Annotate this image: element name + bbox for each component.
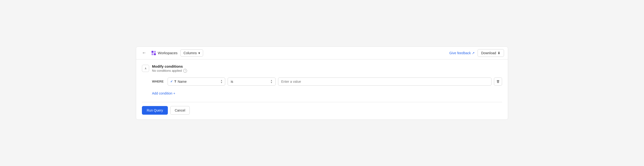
divider: [142, 102, 502, 102]
download-icon: ⬇: [498, 51, 500, 55]
add-condition-button[interactable]: Add condition +: [152, 90, 175, 96]
operator-select[interactable]: is ▲ ▼: [228, 77, 276, 86]
collapse-button[interactable]: ∧: [142, 65, 149, 72]
field-updown-arrows-icon: ▲ ▼: [220, 79, 222, 84]
trash-icon: [496, 80, 500, 83]
main-container: ← Workspaces Columns ▾ Give feedback: [136, 46, 508, 120]
give-feedback-link[interactable]: Give feedback ↗: [449, 51, 475, 55]
workspace-icon-group: Workspaces: [151, 50, 178, 56]
svg-rect-0: [152, 51, 154, 53]
section-title: Modify conditions: [152, 64, 187, 68]
give-feedback-label: Give feedback: [449, 51, 471, 55]
field-type-icon: T: [174, 80, 176, 83]
add-condition-label: Add condition: [152, 91, 172, 95]
field-select[interactable]: ✓ T Name ▲ ▼: [168, 77, 225, 86]
content-area: ∧ Modify conditions No conditions applie…: [136, 59, 508, 102]
where-label: WHERE: [152, 80, 165, 83]
svg-rect-3: [154, 53, 156, 55]
external-link-icon: ↗: [472, 51, 475, 55]
svg-rect-1: [154, 51, 156, 53]
back-icon: ←: [142, 50, 146, 55]
download-button[interactable]: Download ⬇: [478, 49, 504, 57]
columns-button[interactable]: Columns ▾: [180, 49, 203, 57]
condition-row: WHERE ✓ T Name ▲ ▼ is ▲ ▼: [152, 77, 502, 86]
delete-condition-button[interactable]: [494, 77, 502, 86]
section-subtitle: No conditions applied i: [152, 69, 187, 73]
back-button[interactable]: ←: [140, 49, 148, 56]
run-query-label: Run Query: [147, 108, 163, 112]
no-conditions-label: No conditions applied: [152, 69, 182, 72]
field-check-icon: ✓: [170, 80, 173, 83]
operator-label: is: [231, 80, 268, 83]
info-icon[interactable]: i: [183, 69, 187, 73]
field-name-label: Name: [178, 80, 186, 83]
field-select-inner: ✓ T Name: [170, 80, 218, 83]
svg-rect-2: [152, 53, 154, 55]
add-condition-row: Add condition +: [152, 90, 502, 96]
section-header: ∧ Modify conditions No conditions applie…: [142, 64, 502, 73]
add-condition-plus-icon: +: [173, 91, 175, 95]
workspaces-grid-icon: [151, 50, 156, 56]
columns-chevron-icon: ▾: [198, 51, 200, 55]
footer-actions: Run Query Cancel: [136, 106, 508, 120]
section-title-group: Modify conditions No conditions applied …: [152, 64, 187, 73]
toolbar-left: ← Workspaces Columns ▾: [140, 49, 446, 57]
download-label: Download: [481, 51, 496, 55]
columns-label: Columns: [184, 51, 197, 55]
collapse-icon: ∧: [144, 67, 147, 70]
operator-updown-arrows-icon: ▲ ▼: [270, 79, 272, 84]
toolbar: ← Workspaces Columns ▾ Give feedback: [136, 47, 508, 59]
cancel-label: Cancel: [175, 108, 185, 112]
workspace-label: Workspaces: [158, 51, 178, 55]
toolbar-right: Give feedback ↗ Download ⬇: [449, 49, 504, 57]
cancel-button[interactable]: Cancel: [170, 106, 190, 115]
run-query-button[interactable]: Run Query: [142, 106, 168, 115]
value-input[interactable]: [278, 77, 492, 86]
